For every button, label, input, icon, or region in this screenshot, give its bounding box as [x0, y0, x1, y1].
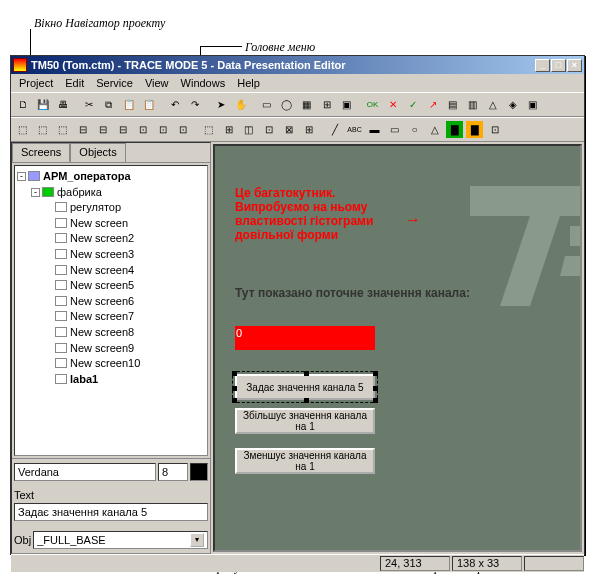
color-tool-icon[interactable]: ▇ [445, 120, 464, 139]
obj-dropdown[interactable]: _FULL_BASE▾ [33, 531, 208, 549]
tree-root[interactable]: АРМ_оператора [43, 170, 131, 182]
dist3-icon[interactable]: ◫ [239, 120, 258, 139]
dist1-icon[interactable]: ⬚ [199, 120, 218, 139]
tree-group[interactable]: фабрика [57, 185, 102, 197]
color2-tool-icon[interactable]: ▇ [465, 120, 484, 139]
fill-tool-icon[interactable]: ▬ [365, 120, 384, 139]
paste2-icon[interactable]: 📋 [139, 95, 158, 114]
rect-tool-icon[interactable]: ▭ [385, 120, 404, 139]
align9-icon[interactable]: ⊡ [173, 120, 192, 139]
circle-tool-icon[interactable]: ○ [405, 120, 424, 139]
tree-item[interactable]: New screen8 [70, 326, 134, 338]
tree-item[interactable]: New screen [70, 216, 128, 228]
tool-f-icon[interactable]: ▣ [523, 95, 542, 114]
dist5-icon[interactable]: ⊠ [279, 120, 298, 139]
scale-tool-icon[interactable]: ⊡ [485, 120, 504, 139]
text-input[interactable] [14, 503, 208, 521]
tree-item[interactable]: New screen4 [70, 263, 134, 275]
menu-windows[interactable]: Windows [175, 76, 232, 90]
print-icon[interactable]: 🖶 [53, 95, 72, 114]
channel-label: Тут показано поточне значення канала: [235, 286, 470, 300]
selection-handle[interactable] [232, 398, 237, 403]
font-color-swatch[interactable] [190, 463, 208, 481]
align3-icon[interactable]: ⬚ [53, 120, 72, 139]
line-tool-icon[interactable]: ╱ [325, 120, 344, 139]
editor-canvas[interactable]: Це багатокутник. Випробуємо на ньому вла… [213, 144, 582, 552]
tree-item[interactable]: New screen7 [70, 310, 134, 322]
ellipse-icon[interactable]: ◯ [277, 95, 296, 114]
tool-e-icon[interactable]: ◈ [503, 95, 522, 114]
tab-objects[interactable]: Objects [70, 143, 125, 162]
align1-icon[interactable]: ⬚ [13, 120, 32, 139]
align2-icon[interactable]: ⬚ [33, 120, 52, 139]
tree-item[interactable]: New screen5 [70, 279, 134, 291]
save-icon[interactable]: 💾 [33, 95, 52, 114]
decrement-button[interactable]: Зменшує значення канала на 1 [235, 448, 375, 474]
selection-handle[interactable] [304, 371, 309, 376]
tree-item[interactable]: регулятор [70, 201, 121, 213]
align4-icon[interactable]: ⊟ [73, 120, 92, 139]
menu-help[interactable]: Help [231, 76, 266, 90]
align7-icon[interactable]: ⊡ [133, 120, 152, 139]
align8-icon[interactable]: ⊡ [153, 120, 172, 139]
titlebar: TM50 (Tom.ctm) - TRACE MODE 5 - Data Pre… [11, 56, 584, 74]
selection-handle[interactable] [232, 386, 237, 391]
poly-tool-icon[interactable]: △ [425, 120, 444, 139]
menu-project[interactable]: Project [13, 76, 59, 90]
tree-toggle-icon[interactable]: - [17, 172, 26, 181]
menu-service[interactable]: Service [90, 76, 139, 90]
dist4-icon[interactable]: ⊡ [259, 120, 278, 139]
window-icon[interactable]: ▣ [337, 95, 356, 114]
selection-handle[interactable] [232, 371, 237, 376]
tree-item[interactable]: New screen3 [70, 248, 134, 260]
project-tree[interactable]: -АРМ_оператора -фабрика регулятор New sc… [14, 165, 208, 456]
close-button[interactable]: × [567, 59, 582, 72]
hand-icon[interactable]: ✋ [231, 95, 250, 114]
font-name-dropdown[interactable]: Verdana [14, 463, 156, 481]
set-value-button[interactable]: Задає значення канала 5 [235, 374, 375, 400]
x-icon[interactable]: ✕ [383, 95, 402, 114]
align6-icon[interactable]: ⊟ [113, 120, 132, 139]
menu-view[interactable]: View [139, 76, 175, 90]
dist6-icon[interactable]: ⊞ [299, 120, 318, 139]
selection-handle[interactable] [373, 386, 378, 391]
selection-handle[interactable] [373, 398, 378, 403]
chevron-down-icon[interactable]: ▾ [190, 533, 204, 547]
grid-icon[interactable]: ▦ [297, 95, 316, 114]
pointer-icon[interactable]: ➤ [211, 95, 230, 114]
text-tool-icon[interactable]: ABC [345, 120, 364, 139]
tree-item-active[interactable]: laba1 [70, 372, 98, 384]
new-icon[interactable]: 🗋 [13, 95, 32, 114]
rect-icon[interactable]: ▭ [257, 95, 276, 114]
tree-item[interactable]: New screen9 [70, 341, 134, 353]
selection-handle[interactable] [373, 371, 378, 376]
tree-icon[interactable]: ⊞ [317, 95, 336, 114]
redo-icon[interactable]: ↷ [185, 95, 204, 114]
selection-handle[interactable] [304, 398, 309, 403]
font-size-dropdown[interactable]: 8 [158, 463, 188, 481]
tab-screens[interactable]: Screens [12, 143, 70, 162]
ok-icon[interactable]: OK [363, 95, 382, 114]
tree-item[interactable]: New screen6 [70, 294, 134, 306]
cut-icon[interactable]: ✂ [79, 95, 98, 114]
dist2-icon[interactable]: ⊞ [219, 120, 238, 139]
tool-a-icon[interactable]: ↗ [423, 95, 442, 114]
minimize-button[interactable]: _ [535, 59, 550, 72]
tree-item[interactable]: New screen2 [70, 232, 134, 244]
tool-b-icon[interactable]: ▤ [443, 95, 462, 114]
undo-icon[interactable]: ↶ [165, 95, 184, 114]
menu-edit[interactable]: Edit [59, 76, 90, 90]
app-icon [13, 58, 27, 72]
screen-icon [55, 280, 67, 290]
increment-button[interactable]: Збільшує значення канала на 1 [235, 408, 375, 434]
tool-c-icon[interactable]: ▥ [463, 95, 482, 114]
menubar: Project Edit Service View Windows Help [11, 74, 584, 92]
tree-item[interactable]: New screen10 [70, 357, 140, 369]
maximize-button[interactable]: □ [551, 59, 566, 72]
tool-d-icon[interactable]: △ [483, 95, 502, 114]
check-icon[interactable]: ✓ [403, 95, 422, 114]
tree-toggle-icon[interactable]: - [31, 188, 40, 197]
copy-icon[interactable]: ⧉ [99, 95, 118, 114]
align5-icon[interactable]: ⊟ [93, 120, 112, 139]
paste-icon[interactable]: 📋 [119, 95, 138, 114]
